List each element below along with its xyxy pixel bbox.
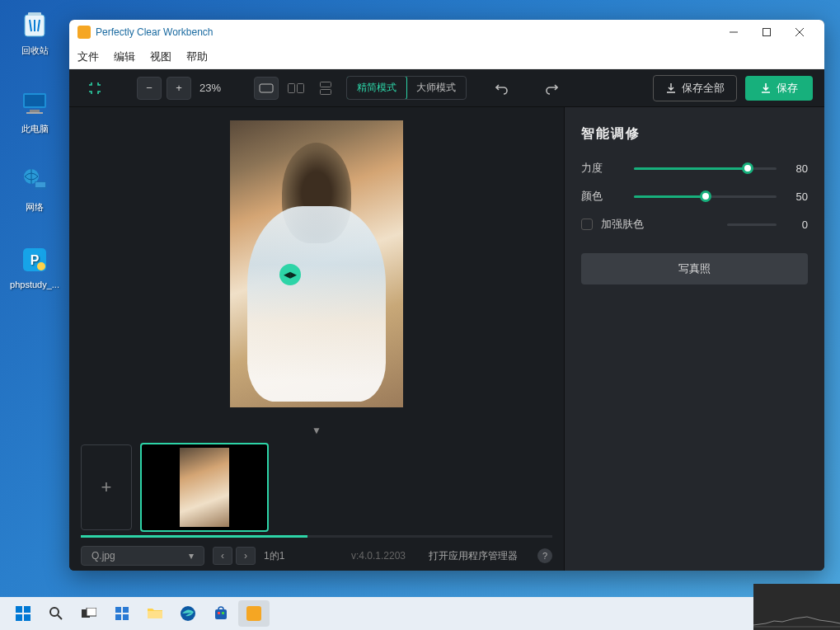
slider-color: 颜色 50 xyxy=(581,189,808,204)
thumbnail-selected[interactable] xyxy=(140,443,269,532)
redo-button[interactable] xyxy=(539,77,564,100)
file-explorer-icon[interactable] xyxy=(139,600,171,627)
widgets-button[interactable] xyxy=(106,600,138,627)
preview-image xyxy=(230,120,403,407)
svg-rect-18 xyxy=(298,83,304,92)
open-manager-link[interactable]: 打开应用程序管理器 xyxy=(429,549,518,563)
slider-skin-enhance: 加强肤色 0 xyxy=(581,217,808,232)
add-image-button[interactable]: + xyxy=(81,444,132,530)
zoom-out-button[interactable]: − xyxy=(137,77,162,100)
save-all-button[interactable]: 保存全部 xyxy=(653,75,737,101)
slider-track-disabled xyxy=(727,223,777,226)
network-icon xyxy=(18,165,51,198)
toolbar: − + 23% 精简模式 大师模式 保存全部 保存 xyxy=(69,69,824,107)
svg-rect-37 xyxy=(222,612,224,614)
zoom-level: 23% xyxy=(199,82,221,94)
window-title: Perfectly Clear Workbench xyxy=(96,26,214,38)
side-panel: 智能调修 力度 80 颜色 50 加强肤色 xyxy=(564,107,824,571)
phpstudy-icon: P xyxy=(18,243,51,276)
next-image-button[interactable]: › xyxy=(236,547,256,565)
slider-strength: 力度 80 xyxy=(581,161,808,176)
chevron-down-icon[interactable]: ▼ xyxy=(69,425,564,436)
desktop-icon-recycle-bin[interactable]: 回收站 xyxy=(8,8,61,57)
svg-rect-23 xyxy=(16,614,22,621)
mode-master[interactable]: 大师模式 xyxy=(406,77,466,99)
svg-rect-1 xyxy=(28,12,41,16)
svg-rect-22 xyxy=(24,606,31,613)
menu-edit[interactable]: 编辑 xyxy=(114,49,135,64)
svg-rect-35 xyxy=(215,609,227,619)
menu-view[interactable]: 视图 xyxy=(150,49,171,64)
svg-point-11 xyxy=(37,262,45,270)
desktop-label: 网络 xyxy=(26,202,44,212)
filmstrip: + xyxy=(69,436,564,541)
svg-rect-19 xyxy=(321,82,331,87)
app-window: Perfectly Clear Workbench 文件 编辑 视图 帮助 − … xyxy=(69,20,824,571)
close-button[interactable] xyxy=(783,21,816,44)
help-icon[interactable]: ? xyxy=(537,548,552,563)
prev-image-button[interactable]: ‹ xyxy=(213,547,232,565)
taskbar: ˄ ⎚ 🔊 英 xyxy=(0,597,840,630)
desktop-icon-network[interactable]: 网络 xyxy=(8,165,61,214)
mode-simple[interactable]: 精简模式 xyxy=(346,76,407,100)
image-viewport[interactable]: ◂▸ xyxy=(69,107,564,420)
task-view-button[interactable] xyxy=(73,600,105,627)
maximize-button[interactable] xyxy=(750,21,783,44)
version-label: v:4.0.1.2203 xyxy=(351,550,406,562)
desktop-label: phpstudy_... xyxy=(10,280,59,289)
svg-point-34 xyxy=(181,606,195,621)
zoom-in-button[interactable]: + xyxy=(167,77,191,100)
compare-slider-handle[interactable]: ◂▸ xyxy=(279,264,301,285)
svg-rect-30 xyxy=(123,607,129,613)
edge-browser-icon[interactable] xyxy=(172,600,204,627)
checkbox-skin-enhance[interactable] xyxy=(581,219,593,230)
filmstrip-scrollbar[interactable] xyxy=(81,535,552,538)
download-icon xyxy=(760,82,772,94)
svg-rect-17 xyxy=(289,83,295,92)
mode-toggle: 精简模式 大师模式 xyxy=(346,76,467,100)
slider-track[interactable] xyxy=(634,167,777,170)
desktop-label: 回收站 xyxy=(21,45,49,55)
svg-rect-4 xyxy=(30,110,40,112)
slider-track[interactable] xyxy=(634,195,777,198)
chevron-down-icon: ▾ xyxy=(189,550,194,562)
download-icon xyxy=(665,82,677,94)
svg-rect-13 xyxy=(763,29,771,36)
desktop-icon-phpstudy[interactable]: P phpstudy_... xyxy=(8,243,61,289)
start-button[interactable] xyxy=(7,600,39,627)
crop-tool-icon[interactable] xyxy=(81,77,109,100)
svg-rect-28 xyxy=(87,608,96,616)
desktop-label: 此电脑 xyxy=(21,124,49,134)
panel-title: 智能调修 xyxy=(581,125,808,143)
canvas-area: ◂▸ ▼ + Q.jpg ▾ ‹ › 1的1 xyxy=(69,107,564,571)
svg-rect-16 xyxy=(260,84,273,92)
app-taskbar-icon[interactable] xyxy=(238,600,270,627)
recycle-bin-icon xyxy=(18,8,51,41)
perf-overlay[interactable] xyxy=(753,584,840,630)
store-icon[interactable] xyxy=(205,600,237,627)
undo-button[interactable] xyxy=(490,77,514,100)
search-button[interactable] xyxy=(40,600,72,627)
view-split-h-icon[interactable] xyxy=(284,77,308,100)
image-counter: 1的1 xyxy=(264,549,284,563)
menu-file[interactable]: 文件 xyxy=(77,49,99,64)
view-single-icon[interactable] xyxy=(254,77,279,100)
minimize-button[interactable] xyxy=(717,21,750,44)
svg-rect-33 xyxy=(148,611,162,618)
desktop-icon-this-pc[interactable]: 此电脑 xyxy=(8,87,61,135)
titlebar[interactable]: Perfectly Clear Workbench xyxy=(69,20,824,45)
svg-rect-3 xyxy=(25,95,45,106)
bottom-bar: Q.jpg ▾ ‹ › 1的1 v:4.0.1.2203 打开应用程序管理器 ? xyxy=(69,541,564,571)
filename-dropdown[interactable]: Q.jpg ▾ xyxy=(81,546,204,566)
svg-rect-24 xyxy=(24,614,31,621)
save-button[interactable]: 保存 xyxy=(745,76,813,101)
slider-knob[interactable] xyxy=(742,162,753,174)
view-split-v-icon[interactable] xyxy=(313,77,338,100)
menu-help[interactable]: 帮助 xyxy=(186,49,208,64)
svg-line-26 xyxy=(58,615,62,619)
preset-portrait-button[interactable]: 写真照 xyxy=(581,253,808,284)
slider-knob[interactable] xyxy=(700,190,711,202)
app-icon xyxy=(77,26,91,39)
menubar: 文件 编辑 视图 帮助 xyxy=(69,45,824,69)
svg-rect-20 xyxy=(321,89,331,94)
